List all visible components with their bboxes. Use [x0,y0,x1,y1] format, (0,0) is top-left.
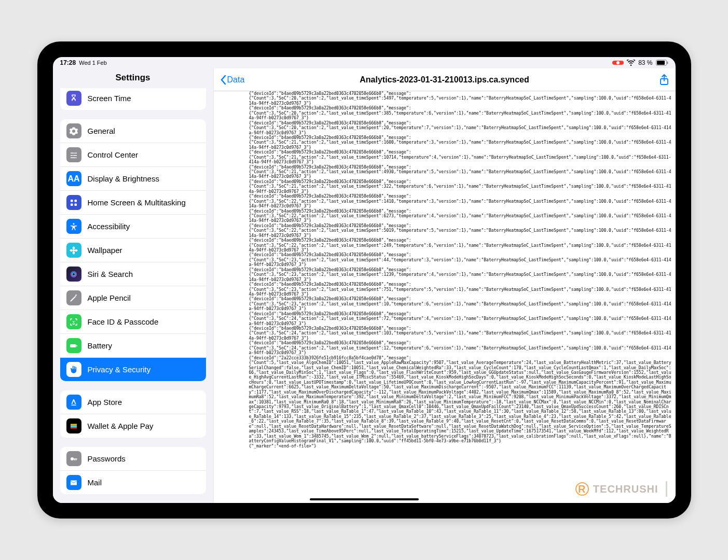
sidebar-group-accounts: Passwords Mail [60,447,206,494]
sidebar-item-label: Screen Time [88,94,131,103]
sidebar-group-focus: Focus Screen Time [60,88,206,110]
screen-recording-pill[interactable] [612,61,624,65]
mail-icon [66,475,81,490]
content-pane: Data Analytics-2023-01-31-210013.ips.ca.… [214,68,676,503]
svg-rect-12 [76,345,77,346]
sidebar-item-appstore[interactable]: App Store [60,390,206,414]
sidebar-item-mail[interactable]: Mail [60,470,206,494]
content-header: Data Analytics-2023-01-31-210013.ips.ca.… [214,68,676,91]
sidebar-item-label: Privacy & Security [88,365,151,374]
sidebar-item-home-screen[interactable]: Home Screen & Multitasking [60,190,206,214]
sidebar-group-store: App Store Wallet & Apple Pay [60,390,206,438]
sidebar-item-pencil[interactable]: Apple Pencil [60,286,206,310]
text-size-icon: AA [66,171,81,186]
sidebar-item-label: Apple Pencil [88,293,131,302]
sidebar-item-battery[interactable]: Battery [60,333,206,357]
back-label: Data [227,75,245,85]
battery-icon [656,60,668,66]
svg-rect-15 [71,426,77,427]
svg-point-8 [73,249,75,251]
record-dot-icon [616,61,620,64]
watermark-text: TECHRUSHI [593,483,658,495]
pencil-icon [66,290,81,305]
hand-icon [66,362,81,377]
sidebar-item-control-center[interactable]: Control Center [60,143,206,166]
sidebar-item-wallpaper[interactable]: Wallpaper [60,238,206,262]
svg-point-17 [71,457,74,460]
sidebar-item-label: Wallpaper [88,246,122,255]
settings-sidebar: Settings Focus Scr [53,68,214,503]
page-title: Analytics-2023-01-31-210013.ips.ca.synce… [360,75,529,85]
sidebar-item-label: Control Center [88,150,139,159]
appstore-icon [66,395,81,410]
sidebar-item-label: Wallet & Apple Pay [88,422,154,430]
sidebar-item-passwords[interactable]: Passwords [60,447,206,470]
svg-rect-16 [71,427,77,428]
sidebar-item-display[interactable]: AA Display & Brightness [60,166,206,190]
svg-rect-3 [71,200,73,202]
sidebar-item-label: Battery [88,341,113,350]
sidebar-item-general[interactable]: General [60,119,206,143]
sidebar-item-label: Home Screen & Multitasking [88,198,186,207]
screen: 17:28 Wed 1 Feb 83 % Settings [53,57,676,503]
sidebar-item-label: Accessibility [88,222,130,231]
sidebar-item-siri[interactable]: Siri & Search [60,262,206,286]
log-content: {"deviceId":"b4aed09b5729c3a0a22bed0363c… [249,91,671,449]
svg-rect-6 [75,203,77,206]
sidebar-scroll[interactable]: Focus Screen Time [53,88,213,503]
svg-rect-1 [657,61,665,65]
key-icon [66,451,81,466]
sidebar-item-label: App Store [88,398,122,407]
battery-icon [66,338,81,353]
hourglass-icon [66,91,81,106]
status-time: 17:28 [60,59,76,66]
battery-percent: 83 % [638,59,652,66]
watermark-divider [666,481,667,497]
share-button[interactable] [659,74,669,86]
sidebar-item-label: General [88,127,115,135]
svg-rect-13 [71,424,77,425]
siri-icon [66,267,81,282]
watermark: R TECHRUSHI [575,481,667,497]
svg-rect-4 [75,200,77,202]
wifi-icon [627,60,635,66]
gear-icon [66,123,81,138]
sidebar-item-label: Mail [88,478,102,487]
back-button[interactable]: Data [220,75,245,85]
sidebar-item-screentime[interactable]: Screen Time [60,88,206,110]
grid-icon [66,195,81,210]
sidebar-item-label: Siri & Search [88,270,133,278]
status-bar: 17:28 Wed 1 Feb 83 % [53,57,676,68]
status-date: Wed 1 Feb [79,60,107,66]
sliders-icon [66,147,81,162]
sidebar-item-wallet[interactable]: Wallet & Apple Pay [60,414,206,438]
chevron-left-icon [220,75,226,85]
svg-rect-11 [70,344,76,347]
svg-point-7 [73,223,75,225]
sidebar-title: Settings [53,68,213,88]
svg-point-10 [72,273,75,276]
sidebar-item-accessibility[interactable]: Accessibility [60,214,206,238]
sidebar-item-faceid[interactable]: Face ID & Passcode [60,310,206,333]
watermark-logo-icon: R [575,482,589,496]
home-indicator[interactable] [310,498,419,500]
log-scroll[interactable]: {"deviceId":"b4aed09b5729c3a0a22bed0363c… [214,91,676,503]
sidebar-item-label: Passwords [88,454,126,463]
sidebar-item-label: Face ID & Passcode [88,317,159,326]
sidebar-item-label: Display & Brightness [88,174,159,183]
svg-rect-14 [71,425,77,426]
faceid-icon [66,314,81,329]
wallet-icon [66,418,81,433]
ipad-frame: 17:28 Wed 1 Feb 83 % Settings [37,41,691,519]
accessibility-icon [66,219,81,234]
sidebar-group-general: General Control Center AA Display & Brig… [60,119,206,381]
flower-icon [66,243,81,258]
svg-rect-2 [667,62,668,64]
sidebar-item-privacy[interactable]: Privacy & Security [60,357,206,381]
svg-rect-5 [71,203,73,206]
